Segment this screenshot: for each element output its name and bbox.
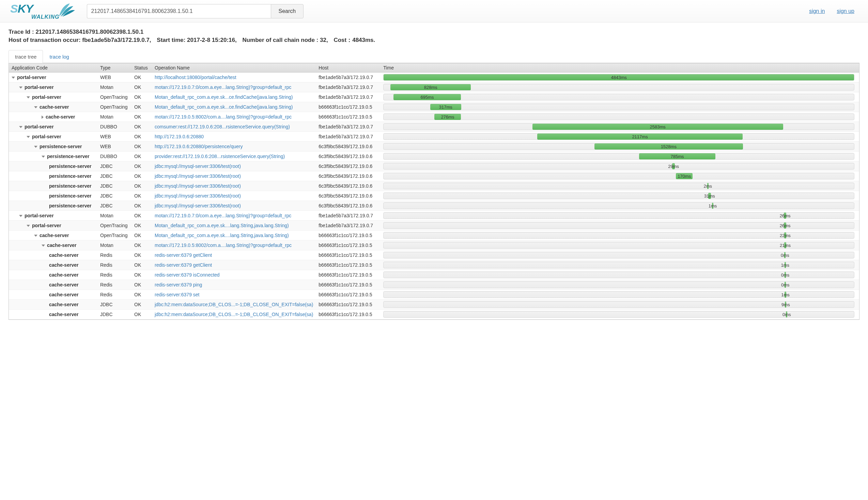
app-label: portal-server (24, 213, 54, 218)
app-cell[interactable]: portal-server (9, 221, 98, 230)
app-cell[interactable]: cache-server (9, 240, 98, 250)
type-cell: Motan (98, 82, 132, 92)
operation-link[interactable]: http://172.19.0.6:20880 (155, 134, 204, 139)
app-cell[interactable]: persistence-server (9, 191, 98, 201)
operation-link[interactable]: redis-server:6379 getClient (155, 252, 212, 258)
type-cell: JDBC (98, 171, 132, 181)
chevron-down-icon[interactable] (42, 156, 45, 158)
search-input[interactable] (87, 4, 271, 19)
status-cell: OK (132, 290, 152, 300)
search-button[interactable]: Search (271, 4, 304, 19)
table-row: portal-serverOpenTracingOKMotan_default_… (9, 221, 859, 230)
chevron-down-icon[interactable] (42, 245, 45, 247)
logo[interactable]: SKY WALKING (10, 2, 77, 20)
app-label: cache-server (49, 252, 78, 258)
chevron-down-icon[interactable] (19, 87, 22, 89)
duration-bar: 1ms (383, 202, 854, 209)
operation-link[interactable]: Motan_default_rpc_com.a.eye.sk...ce.find… (155, 94, 293, 100)
app-cell[interactable]: portal-server (9, 132, 98, 142)
operation-link[interactable]: redis-server:6379 getClient (155, 262, 212, 268)
app-cell[interactable]: portal-server (9, 122, 98, 132)
operation-link[interactable]: jdbc:h2:mem:dataSource;DB_CLOS...=-1;DB_… (155, 312, 313, 317)
operation-link[interactable]: Motan_default_rpc_com.a.eye.sk....lang.S… (155, 223, 289, 228)
col-type[interactable]: Type (98, 63, 132, 72)
app-cell[interactable]: cache-server (9, 250, 98, 260)
type-cell: WEB (98, 132, 132, 142)
app-cell[interactable]: cache-server (9, 102, 98, 112)
operation-link[interactable]: http://172.19.0.6:20880/persistence/quer… (155, 144, 242, 149)
chevron-down-icon[interactable] (26, 96, 30, 99)
tab-trace-tree[interactable]: trace tree (9, 50, 43, 63)
operation-link[interactable]: jdbc:mysql://mysql-server:3306/test(root… (155, 193, 241, 198)
app-cell[interactable]: cache-server (9, 230, 98, 240)
operation-link[interactable]: jdbc:mysql://mysql-server:3306/test(root… (155, 173, 241, 179)
app-cell[interactable]: cache-server (9, 112, 98, 122)
duration-label: 2583ms (650, 124, 666, 130)
duration-label: 26ms (780, 213, 791, 219)
duration-label: 31ms (704, 193, 715, 199)
app-cell[interactable]: cache-server (9, 280, 98, 290)
chevron-down-icon[interactable] (26, 225, 30, 227)
operation-cell: jdbc:mysql://mysql-server:3306/test(root… (152, 171, 316, 181)
chevron-down-icon[interactable] (19, 215, 22, 217)
operation-link[interactable]: motan://172.19.0.7:0/com.a.eye...lang.St… (155, 84, 291, 90)
app-cell[interactable]: persistence-server (9, 142, 98, 151)
operation-cell: comsumer:rest://172.19.0.6:208...rsisten… (152, 122, 316, 132)
chevron-right-icon[interactable] (42, 115, 44, 119)
signin-link[interactable]: sign in (809, 8, 825, 14)
app-cell[interactable]: persistence-server (9, 181, 98, 191)
app-cell[interactable]: portal-server (9, 82, 98, 92)
app-cell[interactable]: cache-server (9, 290, 98, 300)
operation-link[interactable]: motan://172.19.0.5:8002/com.a....lang.St… (155, 242, 292, 248)
app-cell[interactable]: cache-server (9, 260, 98, 270)
operation-link[interactable]: redis-server:6379 isConnected (155, 272, 220, 277)
chevron-down-icon[interactable] (34, 106, 37, 108)
app-cell[interactable]: cache-server (9, 300, 98, 310)
chevron-down-icon[interactable] (34, 146, 37, 148)
chevron-down-icon[interactable] (19, 126, 22, 128)
col-application[interactable]: Application Code (9, 63, 98, 72)
operation-link[interactable]: jdbc:mysql://mysql-server:3306/test(root… (155, 183, 241, 189)
logo-sub: WALKING (31, 14, 60, 20)
duration-bar: 2117ms (383, 133, 854, 140)
app-cell[interactable]: portal-server (9, 211, 98, 221)
status-cell: OK (132, 102, 152, 112)
status-cell: OK (132, 112, 152, 122)
app-cell[interactable]: cache-server (9, 310, 98, 319)
operation-link[interactable]: jdbc:h2:mem:dataSource;DB_CLOS...=-1;DB_… (155, 302, 313, 307)
app-cell[interactable]: persistence-server (9, 161, 98, 171)
app-cell[interactable]: persistence-server (9, 151, 98, 161)
operation-link[interactable]: http://localhost:18080/portal/cache/test (155, 75, 237, 80)
app-cell[interactable]: persistence-server (9, 171, 98, 181)
col-time[interactable]: Time (380, 63, 859, 72)
operation-link[interactable]: provider:rest://172.19.0.6:208...rsisten… (155, 154, 285, 159)
operation-link[interactable]: motan://172.19.0.7:0/com.a.eye...lang.St… (155, 213, 291, 218)
chevron-down-icon[interactable] (34, 235, 37, 237)
app-label: persistence-server (49, 193, 92, 198)
chevron-down-icon[interactable] (12, 77, 15, 79)
app-cell[interactable]: portal-server (9, 72, 98, 82)
operation-link[interactable]: jdbc:mysql://mysql-server:3306/test(root… (155, 203, 241, 208)
app-cell[interactable]: cache-server (9, 270, 98, 280)
col-status[interactable]: Status (132, 63, 152, 72)
operation-link[interactable]: Motan_default_rpc_com.a.eye.sk...ce.find… (155, 104, 293, 110)
time-cell: 0ms (380, 280, 859, 290)
app-cell[interactable]: portal-server (9, 92, 98, 102)
operation-cell: jdbc:mysql://mysql-server:3306/test(root… (152, 161, 316, 171)
type-cell: Motan (98, 211, 132, 221)
signup-link[interactable]: sign up (837, 8, 854, 14)
operation-link[interactable]: Motan_default_rpc_com.a.eye.sk....lang.S… (155, 232, 289, 238)
col-operation[interactable]: Operation Name (152, 63, 316, 72)
duration-bar: 0ms (383, 271, 854, 278)
operation-link[interactable]: motan://172.19.0.5:8002/com.a....lang.St… (155, 114, 292, 120)
chevron-down-icon[interactable] (26, 136, 30, 138)
app-cell[interactable]: persistence-server (9, 201, 98, 211)
app-label: portal-server (32, 134, 61, 139)
duration-label: 170ms (677, 173, 691, 180)
tab-trace-log[interactable]: trace log (43, 50, 76, 63)
operation-link[interactable]: jdbc:mysql://mysql-server:3306/test(root… (155, 163, 241, 169)
operation-link[interactable]: comsumer:rest://172.19.0.6:208...rsisten… (155, 124, 290, 129)
operation-link[interactable]: redis-server:6379 set (155, 292, 199, 297)
col-host[interactable]: Host (316, 63, 380, 72)
operation-link[interactable]: redis-server:6379 ping (155, 282, 202, 287)
